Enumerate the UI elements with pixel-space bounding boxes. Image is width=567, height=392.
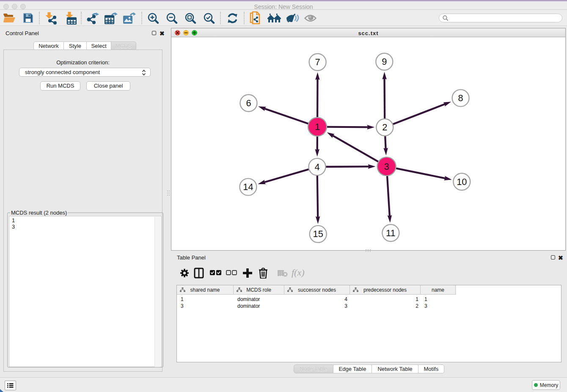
svg-text:4: 4 [314, 162, 319, 172]
svg-text:9: 9 [382, 56, 387, 67]
svg-text:15: 15 [313, 229, 323, 239]
svg-text:7: 7 [315, 57, 320, 67]
svg-text:2: 2 [382, 122, 387, 133]
svg-text:3: 3 [384, 161, 389, 172]
svg-text:14: 14 [243, 182, 253, 192]
svg-text:10: 10 [457, 177, 467, 187]
svg-text:11: 11 [386, 228, 396, 238]
svg-text:8: 8 [458, 93, 463, 103]
svg-text:1: 1 [315, 121, 320, 132]
svg-text:6: 6 [246, 98, 251, 108]
